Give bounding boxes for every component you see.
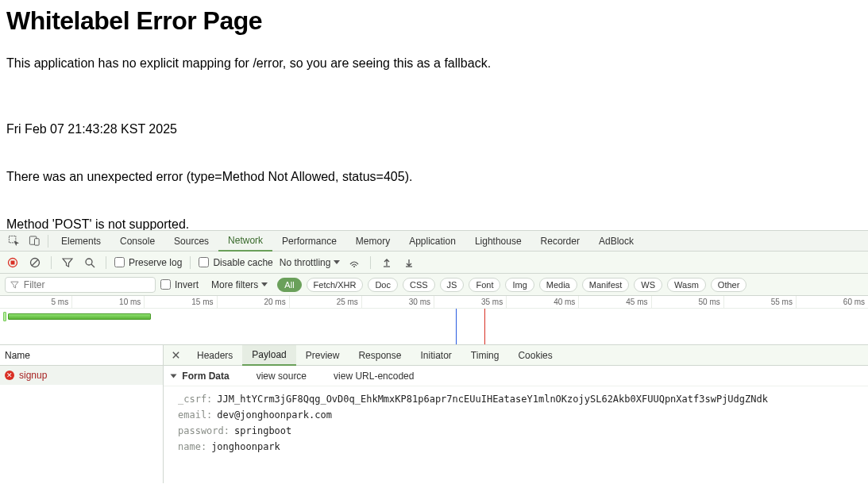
export-har-icon[interactable] [401, 255, 417, 271]
pill-css[interactable]: CSS [403, 278, 435, 292]
load-line [484, 309, 485, 344]
pill-doc[interactable]: Doc [368, 278, 398, 292]
formdata-toggle[interactable]: Form Data [172, 371, 230, 382]
tab-console[interactable]: Console [110, 231, 164, 252]
tab-elements[interactable]: Elements [52, 231, 110, 252]
detail-tab-preview[interactable]: Preview [296, 345, 349, 366]
tick: 5 ms [0, 296, 71, 308]
name-column-header[interactable]: Name [0, 345, 163, 366]
tick: 30 ms [361, 296, 434, 308]
tick: 50 ms [651, 296, 723, 308]
pill-manifest[interactable]: Manifest [582, 278, 630, 292]
svg-point-7 [86, 259, 92, 265]
view-url-encoded-link[interactable]: view URL-encoded [334, 371, 414, 382]
detail-tab-timing[interactable]: Timing [461, 345, 509, 366]
form-field-row: password: springboot [178, 423, 860, 439]
filter-input[interactable] [24, 279, 150, 290]
tab-recorder[interactable]: Recorder [531, 231, 589, 252]
tick: 20 ms [217, 296, 289, 308]
form-field-row: name: jonghoonpark [178, 439, 860, 455]
more-filters-button[interactable]: More filters [211, 279, 268, 290]
pill-ws[interactable]: WS [634, 278, 662, 292]
tick: 60 ms [796, 296, 868, 308]
formdata-body: _csrf: JJM_htYCrm3jGF8Qqg_OvD0q_EhkMmxKP… [164, 386, 868, 461]
chevron-down-icon [171, 374, 177, 378]
formdata-title: Form Data [182, 371, 229, 382]
error-unexpected: There was an unexpected error (type=Meth… [6, 169, 862, 185]
invert-checkbox[interactable]: Invert [160, 279, 199, 290]
pill-wasm[interactable]: Wasm [667, 278, 706, 292]
clear-icon[interactable] [27, 255, 43, 271]
import-har-icon[interactable] [379, 255, 395, 271]
network-conditions-icon[interactable] [346, 255, 362, 271]
network-body: Name ✕ signup Headers Payload Preview Re… [0, 345, 868, 483]
divider [48, 235, 48, 248]
pill-all[interactable]: All [277, 278, 301, 292]
tab-memory[interactable]: Memory [346, 231, 399, 252]
tick: 40 ms [506, 296, 578, 308]
devtools-panel: Elements Console Sources Network Perform… [0, 230, 868, 483]
tab-adblock[interactable]: AdBlock [589, 231, 643, 252]
tab-sources[interactable]: Sources [164, 231, 218, 252]
pill-font[interactable]: Font [469, 278, 500, 292]
network-toolbar: Preserve log Disable cache No throttling [0, 252, 868, 274]
pill-fetchxhr[interactable]: Fetch/XHR [307, 278, 364, 292]
tab-lighthouse[interactable]: Lighthouse [465, 231, 531, 252]
device-toggle-icon[interactable] [24, 231, 44, 252]
filter-input-wrap[interactable] [5, 277, 156, 293]
more-filters-label: More filters [211, 279, 258, 290]
detail-tabstrip: Headers Payload Preview Response Initiat… [164, 345, 868, 366]
detail-tab-initiator[interactable]: Initiator [411, 345, 461, 366]
close-detail-button[interactable] [164, 351, 187, 359]
network-timeline[interactable]: 5 ms 10 ms 15 ms 20 ms 25 ms 30 ms 35 ms… [0, 296, 868, 345]
tab-application[interactable]: Application [399, 231, 465, 252]
tab-network[interactable]: Network [218, 231, 272, 252]
svg-line-8 [91, 264, 95, 267]
search-icon[interactable] [82, 255, 98, 271]
inspect-icon[interactable] [3, 231, 24, 252]
divider [106, 256, 106, 269]
detail-tab-response[interactable]: Response [349, 345, 411, 366]
form-field-row: _csrf: JJM_htYCrm3jGF8Qqg_OvD0q_EhkMmxKP… [178, 391, 860, 407]
form-field-row: email: dev@jonghoonpark.com [178, 407, 860, 423]
pill-img[interactable]: Img [505, 278, 534, 292]
preserve-log-label: Preserve log [129, 257, 182, 268]
request-row[interactable]: ✕ signup [0, 366, 163, 385]
form-value: dev@jonghoonpark.com [217, 407, 332, 423]
form-key: email: [178, 407, 212, 423]
error-method: Method 'POST' is not supported. [6, 217, 862, 230]
svg-rect-4 [11, 260, 15, 264]
form-value: springboot [234, 423, 291, 439]
error-page-content: Whitelabel Error Page This application h… [0, 0, 868, 230]
tick: 45 ms [578, 296, 650, 308]
request-detail: Headers Payload Preview Response Initiat… [164, 345, 868, 483]
detail-tab-payload[interactable]: Payload [242, 345, 295, 366]
tick: 15 ms [144, 296, 216, 308]
pill-other[interactable]: Other [711, 278, 747, 292]
detail-tab-headers[interactable]: Headers [187, 345, 242, 366]
throttling-select[interactable]: No throttling [280, 257, 341, 268]
filter-funnel-icon [10, 280, 19, 290]
devtools-tabstrip: Elements Console Sources Network Perform… [0, 231, 868, 252]
view-source-link[interactable]: view source [257, 371, 307, 382]
pill-media[interactable]: Media [539, 278, 577, 292]
chevron-down-icon [261, 282, 268, 286]
tick: 35 ms [434, 296, 506, 308]
tick: 25 ms [289, 296, 361, 308]
detail-tab-cookies[interactable]: Cookies [508, 345, 561, 366]
filter-icon[interactable] [60, 255, 75, 271]
preserve-log-checkbox[interactable]: Preserve log [114, 257, 182, 268]
svg-line-6 [32, 259, 38, 266]
record-icon[interactable] [5, 255, 21, 271]
form-key: password: [178, 423, 230, 439]
fallback-message: This application has no explicit mapping… [6, 55, 862, 72]
throttling-label: No throttling [280, 257, 331, 268]
svg-point-9 [353, 266, 355, 267]
request-name: signup [19, 370, 47, 381]
tick: 55 ms [723, 296, 796, 308]
disable-cache-checkbox[interactable]: Disable cache [199, 257, 272, 268]
divider [370, 256, 371, 269]
form-value: JJM_htYCrm3jGF8Qqg_OvD0q_EhkMmxKP81p6apr… [217, 391, 768, 407]
pill-js[interactable]: JS [440, 278, 465, 292]
tab-performance[interactable]: Performance [272, 231, 346, 252]
